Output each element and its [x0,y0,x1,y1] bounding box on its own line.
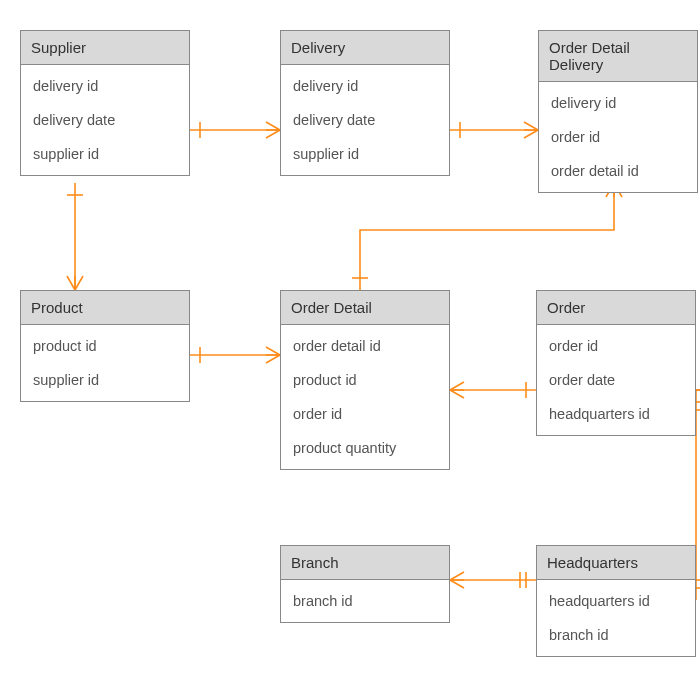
entity-attr: product id [281,363,449,397]
entity-attr: delivery date [21,103,189,137]
entity-title: Headquarters [537,546,695,580]
entity-title: Order Detail Delivery [539,31,697,82]
entity-product: Product product id supplier id [20,290,190,402]
entity-attr: supplier id [21,363,189,397]
entity-attr: headquarters id [537,584,695,618]
entity-attr: order date [537,363,695,397]
entity-order: Order order id order date headquarters i… [536,290,696,436]
entity-attr: order id [537,329,695,363]
entity-attr: branch id [281,584,449,618]
entity-delivery: Delivery delivery id delivery date suppl… [280,30,450,176]
entity-order-detail-delivery: Order Detail Delivery delivery id order … [538,30,698,193]
entity-title: Order [537,291,695,325]
entity-headquarters: Headquarters headquarters id branch id [536,545,696,657]
entity-attr: headquarters id [537,397,695,431]
entity-attr: delivery id [539,86,697,120]
entity-title: Order Detail [281,291,449,325]
entity-title: Supplier [21,31,189,65]
entity-attr: order detail id [539,154,697,188]
entity-order-detail: Order Detail order detail id product id … [280,290,450,470]
entity-attr: order id [539,120,697,154]
entity-attr: product quantity [281,431,449,465]
entity-supplier: Supplier delivery id delivery date suppl… [20,30,190,176]
entity-attr: delivery id [21,69,189,103]
entity-attr: order id [281,397,449,431]
entity-attr: delivery date [281,103,449,137]
entity-attr: order detail id [281,329,449,363]
entity-title: Delivery [281,31,449,65]
entity-title: Product [21,291,189,325]
entity-attr: delivery id [281,69,449,103]
entity-title: Branch [281,546,449,580]
entity-attr: branch id [537,618,695,652]
entity-attr: supplier id [281,137,449,171]
entity-attr: product id [21,329,189,363]
entity-branch: Branch branch id [280,545,450,623]
entity-attr: supplier id [21,137,189,171]
